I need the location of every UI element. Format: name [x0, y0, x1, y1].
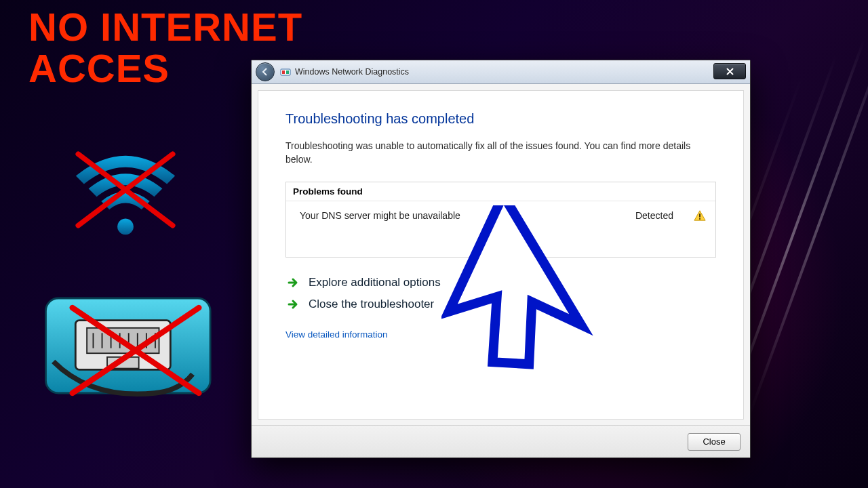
troubleshooter-dialog: Windows Network Diagnostics Troubleshoot… — [251, 60, 751, 458]
problem-row[interactable]: Your DNS server might be unavailable Det… — [286, 201, 715, 257]
arrow-right-icon — [285, 297, 300, 312]
diagnostics-icon — [280, 66, 291, 77]
svg-rect-20 — [699, 218, 701, 220]
explore-options-label: Explore additional options — [309, 276, 441, 289]
warning-icon — [694, 209, 706, 222]
window-title: Windows Network Diagnostics — [295, 67, 409, 77]
wifi-crossed-icon — [68, 142, 183, 237]
view-detailed-link[interactable]: View detailed information — [285, 329, 716, 340]
close-button[interactable]: Close — [688, 433, 741, 451]
problem-description: Your DNS server might be unavailable — [300, 210, 635, 221]
problem-status: Detected — [635, 210, 673, 221]
options-list: Explore additional options Close the tro… — [285, 275, 716, 312]
titlebar[interactable]: Windows Network Diagnostics — [252, 60, 750, 84]
window-close-button[interactable] — [713, 63, 746, 79]
close-troubleshooter-link[interactable]: Close the troubleshooter — [285, 297, 716, 312]
arrow-right-icon — [285, 275, 300, 290]
page-heading: Troubleshooting has completed — [285, 111, 716, 127]
dialog-footer: Close — [252, 425, 750, 458]
close-troubleshooter-label: Close the troubleshooter — [309, 298, 434, 311]
page-subtext: Troubleshooting was unable to automatica… — [285, 139, 716, 167]
svg-rect-17 — [282, 70, 285, 74]
ethernet-crossed-icon — [41, 285, 231, 407]
explore-options-link[interactable]: Explore additional options — [285, 275, 716, 290]
back-button[interactable] — [256, 62, 275, 81]
problems-box: Problems found Your DNS server might be … — [285, 182, 716, 258]
headline-line1: NO INTERNET — [28, 7, 302, 48]
close-icon — [726, 68, 734, 75]
svg-rect-19 — [699, 214, 701, 217]
problems-header: Problems found — [286, 182, 715, 201]
dialog-body: Troubleshooting has completed Troublesho… — [258, 90, 744, 420]
svg-rect-18 — [286, 70, 289, 74]
